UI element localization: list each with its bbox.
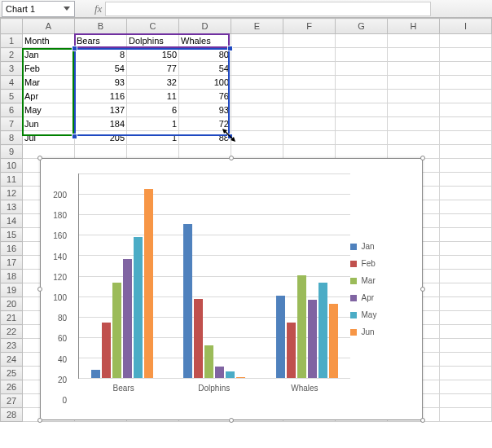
row-header[interactable]: 3 bbox=[1, 62, 23, 76]
chart-bar[interactable] bbox=[287, 323, 296, 378]
cell[interactable]: 1 bbox=[127, 131, 179, 145]
cell[interactable] bbox=[440, 353, 492, 367]
legend-item[interactable]: Jan bbox=[350, 242, 414, 251]
cell[interactable] bbox=[440, 325, 492, 339]
cell[interactable] bbox=[231, 76, 283, 90]
cell[interactable]: Jun bbox=[23, 117, 75, 131]
row-header[interactable]: 28 bbox=[1, 408, 23, 422]
range-handle[interactable] bbox=[72, 46, 77, 51]
cell[interactable] bbox=[388, 34, 440, 48]
cell[interactable] bbox=[283, 145, 336, 159]
legend-item[interactable]: Mar bbox=[350, 276, 414, 285]
range-resize-handle[interactable] bbox=[227, 134, 233, 139]
cell[interactable] bbox=[336, 48, 388, 62]
chart-handle[interactable] bbox=[420, 418, 425, 423]
cell[interactable] bbox=[440, 145, 492, 159]
chart-handle[interactable] bbox=[420, 287, 425, 292]
chart-handle[interactable] bbox=[229, 418, 234, 423]
cell[interactable] bbox=[388, 90, 440, 103]
cell[interactable] bbox=[440, 283, 492, 297]
cell[interactable]: 6 bbox=[127, 103, 179, 117]
cell[interactable] bbox=[388, 145, 440, 159]
cell[interactable]: 205 bbox=[75, 131, 127, 145]
select-all-corner[interactable] bbox=[1, 19, 23, 34]
cell[interactable] bbox=[336, 103, 388, 117]
row-header[interactable]: 25 bbox=[1, 367, 23, 380]
cell[interactable] bbox=[283, 103, 336, 117]
cell[interactable]: Whales bbox=[179, 34, 231, 48]
cell[interactable] bbox=[440, 256, 492, 270]
cell[interactable] bbox=[283, 90, 336, 103]
row-header[interactable]: 7 bbox=[1, 117, 23, 131]
col-header-E[interactable]: E bbox=[231, 19, 283, 34]
chart-handle[interactable] bbox=[229, 156, 234, 160]
cell[interactable] bbox=[440, 228, 492, 242]
chart-plot-area[interactable]: BearsDolphinsWhales bbox=[78, 167, 350, 398]
cell[interactable] bbox=[336, 131, 388, 145]
chart-bar[interactable] bbox=[102, 323, 111, 378]
cell[interactable] bbox=[231, 48, 283, 62]
cell[interactable] bbox=[388, 103, 440, 117]
cell[interactable] bbox=[440, 200, 492, 214]
row-header[interactable]: 11 bbox=[1, 173, 23, 187]
row-header[interactable]: 14 bbox=[1, 214, 23, 228]
col-header-H[interactable]: H bbox=[388, 19, 440, 34]
col-header-C[interactable]: C bbox=[127, 19, 179, 34]
cell[interactable] bbox=[440, 242, 492, 256]
cell[interactable]: Mar bbox=[23, 76, 75, 90]
cell[interactable] bbox=[283, 62, 336, 76]
cell[interactable] bbox=[388, 76, 440, 90]
cell[interactable]: May bbox=[23, 103, 75, 117]
row-header[interactable]: 8 bbox=[1, 131, 23, 145]
cell[interactable]: 76 bbox=[179, 90, 231, 103]
legend-item[interactable]: May bbox=[350, 310, 414, 319]
row-header[interactable]: 4 bbox=[1, 76, 23, 90]
cell[interactable] bbox=[336, 117, 388, 131]
cell[interactable] bbox=[179, 145, 231, 159]
row-header[interactable]: 10 bbox=[1, 159, 23, 173]
chart-object[interactable]: 020406080100120140160180200 BearsDolphin… bbox=[40, 158, 423, 420]
cell[interactable] bbox=[440, 214, 492, 228]
cell[interactable] bbox=[440, 62, 492, 76]
cell[interactable]: Bears bbox=[75, 34, 127, 48]
cell[interactable] bbox=[283, 131, 336, 145]
cell[interactable] bbox=[283, 34, 336, 48]
cell[interactable]: Dolphins bbox=[127, 34, 179, 48]
chart-bar[interactable] bbox=[112, 283, 121, 378]
chart-bar[interactable] bbox=[194, 299, 203, 378]
cell[interactable] bbox=[231, 117, 283, 131]
chart-bar[interactable] bbox=[226, 371, 235, 378]
row-header[interactable]: 23 bbox=[1, 339, 23, 353]
row-header[interactable]: 1 bbox=[1, 34, 23, 48]
cell[interactable] bbox=[283, 48, 336, 62]
col-header-F[interactable]: F bbox=[283, 19, 336, 34]
name-box[interactable]: Chart 1 bbox=[2, 1, 75, 17]
cell[interactable]: 32 bbox=[127, 76, 179, 90]
row-header[interactable]: 18 bbox=[1, 270, 23, 283]
cell[interactable] bbox=[440, 367, 492, 380]
cell[interactable]: 150 bbox=[127, 48, 179, 62]
chart-bar[interactable] bbox=[183, 224, 192, 378]
cell[interactable] bbox=[231, 90, 283, 103]
cell[interactable] bbox=[440, 187, 492, 200]
row-header[interactable]: 19 bbox=[1, 283, 23, 297]
chart-handle[interactable] bbox=[420, 156, 425, 160]
cell[interactable] bbox=[440, 117, 492, 131]
cell[interactable]: 116 bbox=[75, 90, 127, 103]
chart-bar[interactable] bbox=[329, 304, 338, 378]
chart-bar[interactable] bbox=[204, 345, 213, 378]
chart-bar[interactable] bbox=[236, 377, 245, 378]
row-header[interactable]: 2 bbox=[1, 48, 23, 62]
cell[interactable]: 100 bbox=[179, 76, 231, 90]
cell[interactable]: 72 bbox=[179, 117, 231, 131]
chart-bar[interactable] bbox=[308, 300, 317, 378]
cell[interactable] bbox=[388, 62, 440, 76]
cell[interactable] bbox=[440, 173, 492, 187]
name-box-dropdown-icon[interactable] bbox=[61, 2, 72, 15]
chart-handle[interactable] bbox=[37, 418, 42, 423]
legend-item[interactable]: Apr bbox=[350, 293, 414, 302]
row-header[interactable]: 21 bbox=[1, 311, 23, 325]
cell[interactable] bbox=[336, 145, 388, 159]
legend-item[interactable]: Jun bbox=[350, 327, 414, 336]
cell[interactable] bbox=[388, 131, 440, 145]
